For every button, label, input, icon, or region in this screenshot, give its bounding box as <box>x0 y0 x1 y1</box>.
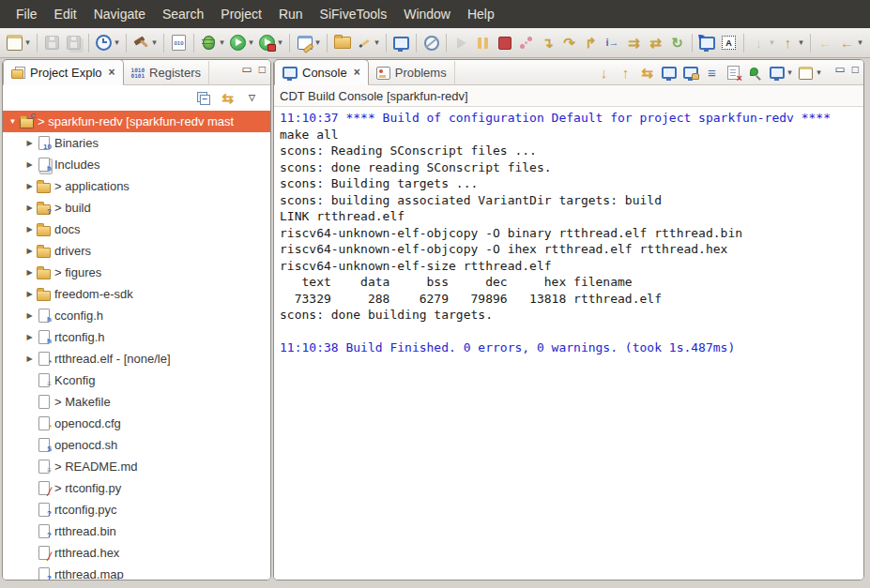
restore-state-button[interactable]: ↑ <box>778 32 798 54</box>
tree-item[interactable]: ▶10Binaries <box>3 132 270 154</box>
menu-help[interactable]: Help <box>459 0 503 28</box>
build-button[interactable] <box>131 32 151 54</box>
open-console-button[interactable] <box>796 62 816 84</box>
mark-occurrences-button[interactable] <box>354 32 374 54</box>
tree-item[interactable]: ▶hIncludes <box>3 154 270 175</box>
expander-icon[interactable]: ▶ <box>24 333 35 341</box>
console-stdout-button[interactable] <box>659 62 679 84</box>
show-console-on-output-button[interactable]: ⇆ <box>637 62 657 84</box>
expander-icon[interactable]: ▶ <box>24 204 35 212</box>
tree-item[interactable]: ╱rtthread.hex <box>3 542 270 564</box>
menu-window[interactable]: Window <box>395 0 459 28</box>
load-symbols-menu[interactable]: ▾ <box>768 32 776 54</box>
scroll-lock-button[interactable] <box>680 62 700 84</box>
expander-icon[interactable]: ▶ <box>24 268 35 277</box>
menu-sifivetools[interactable]: SiFiveTools <box>312 0 396 28</box>
run-menu[interactable]: ▾ <box>247 32 255 54</box>
binary-file-button[interactable]: 010 <box>169 32 189 54</box>
profile-button[interactable] <box>257 32 277 54</box>
flash-target-button[interactable] <box>697 32 717 54</box>
expander-icon[interactable]: ▶ <box>24 225 35 234</box>
tree-item[interactable]: ?rtconfig.pyc <box>3 499 270 520</box>
tree-item[interactable]: ▶freedom-e-sdk <box>3 283 270 305</box>
pin-console-button[interactable] <box>745 62 765 84</box>
next-error-button[interactable]: ↓ <box>594 62 614 84</box>
minimize-icon[interactable]: ▭ <box>241 64 252 75</box>
external-tools-button[interactable] <box>295 32 314 54</box>
resume-at-line-button[interactable]: ⇄ <box>646 32 665 54</box>
expander-icon[interactable]: ▶ <box>24 182 35 190</box>
step-into-button[interactable]: ↴ <box>538 32 557 54</box>
resume-button[interactable] <box>451 32 471 54</box>
stopwatch-button[interactable] <box>94 32 114 54</box>
mark-occurrences-menu[interactable]: ▾ <box>373 32 381 54</box>
build-menu[interactable]: ▾ <box>150 32 159 54</box>
back-button[interactable]: ← <box>837 32 857 54</box>
display-console-button[interactable] <box>767 62 786 84</box>
tree-item[interactable]: *openocd.cfg <box>3 413 270 434</box>
back-faded-button[interactable]: ← <box>816 32 835 54</box>
open-console-menu[interactable]: ▾ <box>815 62 823 84</box>
maximize-icon[interactable]: □ <box>259 64 266 75</box>
tree-item[interactable]: ?rtthread.bin <box>3 520 270 542</box>
menu-edit[interactable]: Edit <box>46 0 85 28</box>
expander-icon[interactable]: ▼ <box>8 117 18 126</box>
back-menu[interactable]: ▾ <box>856 32 864 54</box>
tree-item[interactable]: ▶?> build <box>3 197 270 219</box>
close-icon[interactable]: × <box>354 66 360 79</box>
console-view-button[interactable] <box>391 32 411 54</box>
word-wrap-button[interactable]: ≡ <box>702 62 722 84</box>
tree-item[interactable]: ▶hrtconfig.h <box>3 326 270 348</box>
run-button[interactable] <box>228 32 248 54</box>
external-tools-menu[interactable]: ▾ <box>313 32 322 54</box>
expander-icon[interactable]: ▶ <box>24 311 35 320</box>
close-icon[interactable]: × <box>109 66 115 79</box>
profile-menu[interactable]: ▾ <box>276 32 284 54</box>
tree-item[interactable]: ?rtthread.map <box>3 564 270 580</box>
suspend-button[interactable] <box>473 32 493 54</box>
forward-button[interactable]: → <box>866 32 870 54</box>
tree-item[interactable]: ▶drivers <box>3 240 270 262</box>
tree-item[interactable]: ▶*rtthread.elf - [none/le] <box>3 348 270 369</box>
terminate-button[interactable] <box>495 32 514 54</box>
tree-item[interactable]: ▶> applications <box>3 175 270 197</box>
tab-project-explorer[interactable]: Project Explo × <box>3 59 124 85</box>
save-all-button[interactable] <box>64 32 84 54</box>
debug-menu[interactable]: ▾ <box>218 32 226 54</box>
tree-item[interactable]: ▼C> sparkfun-redv [sparkfun-redv mast <box>3 111 270 132</box>
clear-console-button[interactable] <box>724 62 743 84</box>
tree-item[interactable]: ▶> figures <box>3 262 270 283</box>
restart-button[interactable]: ↻ <box>667 32 687 54</box>
step-over-button[interactable]: ↷ <box>559 32 579 54</box>
tab-console[interactable]: Console × <box>274 59 369 85</box>
stopwatch-menu[interactable]: ▾ <box>113 32 121 54</box>
expander-icon[interactable]: ▶ <box>24 139 35 147</box>
expander-icon[interactable]: ▶ <box>24 160 35 169</box>
memory-chip-button[interactable]: A <box>719 32 739 54</box>
expander-icon[interactable]: ▶ <box>24 354 35 363</box>
move-to-line-button[interactable]: ⇉ <box>624 32 644 54</box>
tree-item[interactable]: ▶hcconfig.h <box>3 305 270 326</box>
maximize-icon[interactable]: □ <box>852 64 859 75</box>
restore-state-menu[interactable]: ▾ <box>797 32 805 54</box>
expander-icon[interactable]: ▶ <box>24 247 35 255</box>
save-button[interactable] <box>42 32 62 54</box>
tree-item[interactable]: ≡Kconfig <box>3 369 270 391</box>
new-wizard-menu[interactable]: ▾ <box>23 32 32 54</box>
menu-project[interactable]: Project <box>212 0 270 28</box>
new-wizard-button[interactable] <box>5 32 24 54</box>
debug-button[interactable] <box>199 32 219 54</box>
instruction-stepping-button[interactable]: i→ <box>603 32 622 54</box>
tree-item[interactable]: ▶docs <box>3 219 270 240</box>
open-element-button[interactable] <box>332 32 352 54</box>
tab-problems[interactable]: Problems <box>369 61 455 84</box>
tree-item[interactable]: ≡> README.md <box>3 456 270 477</box>
display-console-menu[interactable]: ▾ <box>786 62 794 84</box>
link-with-editor-button[interactable]: ⇆ <box>218 87 237 110</box>
disconnect-button[interactable] <box>516 32 536 54</box>
step-return-button[interactable]: ↱ <box>581 32 601 54</box>
menu-file[interactable]: File <box>8 0 46 28</box>
view-menu-button[interactable]: ▽ <box>242 87 262 110</box>
load-symbols-button[interactable]: ↓ <box>749 32 769 54</box>
tree-item[interactable]: ╱> rtconfig.py <box>3 477 270 499</box>
